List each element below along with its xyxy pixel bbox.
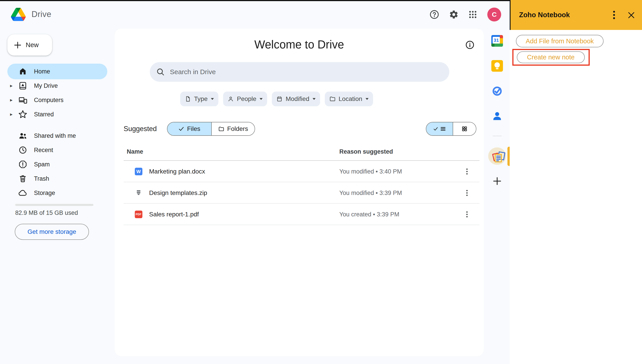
sidebar-item-my-drive[interactable]: ▸ My Drive <box>0 78 115 93</box>
sidebar-item-storage[interactable]: Storage <box>0 186 115 200</box>
companion-zoho-notebook-button[interactable] <box>491 150 507 166</box>
google-contacts-icon <box>491 110 503 122</box>
drive-logo[interactable]: Drive <box>11 5 51 23</box>
sidebar-item-trash[interactable]: Trash <box>0 172 115 186</box>
add-file-from-notebook-button[interactable]: Add File from Notebook <box>516 35 603 47</box>
folder-icon <box>218 126 224 132</box>
trash-icon <box>18 174 28 184</box>
google-calendar-icon: 31 <box>491 35 503 47</box>
filter-chip-row: Type People Modified <box>180 92 373 106</box>
pdf-file-icon: PDF <box>135 210 142 218</box>
chevron-down-icon <box>312 98 316 100</box>
search-icon <box>156 68 165 76</box>
sidebar-item-home[interactable]: Home <box>0 64 115 78</box>
chevron-down-icon <box>259 98 263 100</box>
view-toggle <box>426 122 476 136</box>
kebab-icon <box>463 168 471 176</box>
kebab-icon <box>613 10 615 20</box>
computers-icon <box>18 95 28 105</box>
companion-tasks-button[interactable] <box>489 83 505 99</box>
sidebar-item-spam[interactable]: Spam <box>0 157 115 172</box>
files-toggle[interactable]: Files <box>167 122 211 135</box>
settings-button[interactable] <box>448 9 459 20</box>
word-file-icon: W <box>135 168 142 175</box>
sidebar-item-label: Shared with me <box>34 132 76 139</box>
page-title: Welcome to Drive <box>115 38 484 51</box>
sidebar-item-label: Computers <box>34 97 64 104</box>
check-icon <box>433 126 438 131</box>
sidebar-item-starred[interactable]: ▸ Starred <box>0 107 115 122</box>
new-button[interactable]: New <box>7 34 52 56</box>
plus-icon <box>13 41 22 50</box>
filter-chip-label: Location <box>339 95 362 102</box>
file-row-sales-report[interactable]: PDF Sales report-1.pdf You created • 3:3… <box>124 204 479 225</box>
strip-divider <box>493 136 502 136</box>
sidebar-item-label: Home <box>34 68 50 75</box>
search-bar[interactable] <box>150 62 449 82</box>
filter-chip-type[interactable]: Type <box>180 92 218 106</box>
get-more-storage-button[interactable]: Get more storage <box>15 224 89 240</box>
help-button[interactable] <box>429 9 440 20</box>
grid-view-button[interactable] <box>453 122 476 135</box>
create-new-note-button[interactable]: Create new note <box>517 51 585 63</box>
companion-contacts-button[interactable] <box>489 108 505 124</box>
add-file-from-notebook-label: Add File from Notebook <box>526 38 594 45</box>
file-reason: You modified • 3:40 PM <box>339 161 402 182</box>
sidebar-nav-primary: Home ▸ My Drive ▸ Computer <box>0 64 115 122</box>
info-icon <box>465 40 475 50</box>
suggested-heading: Suggested <box>124 122 157 136</box>
files-folders-toggle: Files Folders <box>167 122 255 136</box>
zip-file-icon <box>135 189 142 197</box>
filter-chip-label: Type <box>194 95 208 102</box>
sidebar-nav-secondary: Shared with me Recent Spam <box>0 129 115 200</box>
name-column-header[interactable]: Name <box>127 148 143 155</box>
file-reason: You created • 3:39 PM <box>339 204 399 225</box>
info-button[interactable] <box>465 40 475 50</box>
avatar-letter: C <box>492 11 497 18</box>
add-addon-button[interactable] <box>492 176 502 186</box>
panel-menu-button[interactable] <box>610 10 618 20</box>
zoho-notebook-icon <box>492 151 505 164</box>
filter-chip-modified[interactable]: Modified <box>272 92 320 106</box>
reason-column-header[interactable]: Reason suggested <box>339 148 393 155</box>
app-name: Drive <box>32 10 51 19</box>
file-row-design-templates[interactable]: Design templates.zip You modified • 3:39… <box>124 182 479 204</box>
search-input[interactable] <box>170 65 449 78</box>
row-more-actions-button[interactable] <box>463 188 471 198</box>
kebab-icon <box>463 210 471 218</box>
row-more-actions-button[interactable] <box>463 210 471 219</box>
sidebar-item-shared-with-me[interactable]: Shared with me <box>0 129 115 143</box>
person-icon <box>228 96 234 102</box>
storage-progress-bar <box>15 204 93 206</box>
folders-toggle[interactable]: Folders <box>211 122 255 135</box>
file-name: Sales report-1.pdf <box>149 204 199 225</box>
star-icon <box>18 110 28 119</box>
panel-close-button[interactable] <box>626 10 636 20</box>
companion-keep-button[interactable] <box>489 58 505 74</box>
file-reason: You modified • 3:39 PM <box>339 182 402 204</box>
drive-logo-icon <box>11 8 26 21</box>
chevron-right-icon: ▸ <box>10 97 15 103</box>
list-view-button[interactable] <box>426 122 453 135</box>
chevron-right-icon: ▸ <box>10 83 15 89</box>
list-view-icon <box>440 126 446 132</box>
gear-icon <box>449 10 459 20</box>
storage-usage-text: 82.9 MB of 15 GB used <box>15 210 78 216</box>
folders-toggle-label: Folders <box>227 125 248 132</box>
row-more-actions-button[interactable] <box>463 167 471 176</box>
sidebar-item-recent[interactable]: Recent <box>0 143 115 157</box>
account-avatar[interactable]: C <box>487 8 501 22</box>
chevron-down-icon <box>366 98 369 100</box>
companion-calendar-button[interactable]: 31 <box>489 33 505 49</box>
get-more-storage-label: Get more storage <box>28 228 76 235</box>
filter-chip-location[interactable]: Location <box>325 92 373 106</box>
filter-chip-people[interactable]: People <box>223 92 267 106</box>
apps-grid-button[interactable] <box>467 9 478 20</box>
file-name: Marketing plan.docx <box>149 161 205 182</box>
main-content-card: Welcome to Drive Type <box>115 28 484 356</box>
chevron-down-icon <box>211 98 214 100</box>
file-row-marketing-plan[interactable]: W Marketing plan.docx You modified • 3:4… <box>124 161 479 182</box>
sidebar-item-computers[interactable]: ▸ Computers <box>0 93 115 107</box>
help-icon <box>429 10 440 20</box>
folder-icon <box>329 96 336 102</box>
